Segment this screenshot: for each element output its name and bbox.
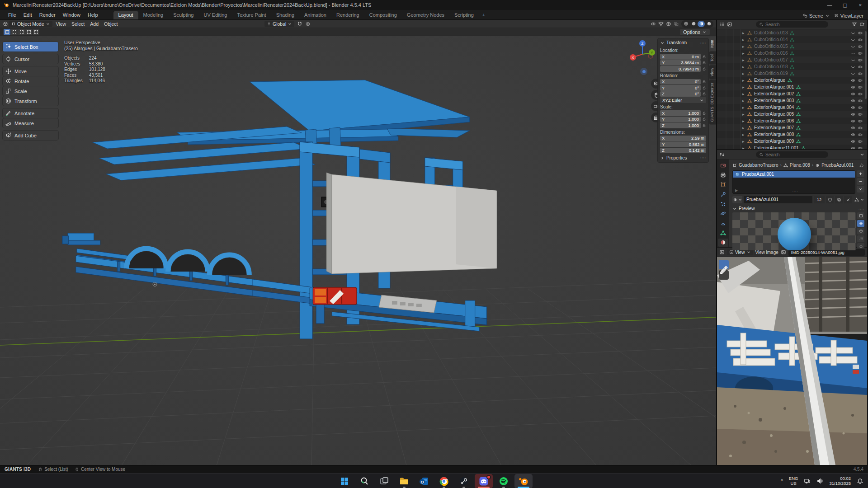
minimize-button[interactable]: — (822, 0, 837, 10)
language-indicator[interactable]: ENG US (789, 476, 798, 486)
eye-open-icon[interactable] (851, 146, 855, 150)
remove-slot-button[interactable] (857, 178, 864, 185)
preview-sphere-button[interactable] (857, 220, 864, 227)
expand-chevron-icon[interactable]: ▸ (742, 65, 746, 69)
material-node-dropdown[interactable] (854, 197, 864, 202)
unlink-material-button[interactable] (844, 196, 852, 203)
tool-scale[interactable]: Scale (3, 86, 58, 96)
properties-tab-object[interactable] (718, 181, 728, 189)
preview-flat-button[interactable] (857, 212, 864, 219)
outliner-item[interactable]: ▸ ExteriorAlargue.001 (717, 84, 867, 90)
shading-material-button[interactable] (698, 21, 705, 27)
tool-transform[interactable]: Transform (3, 96, 58, 106)
maximize-button[interactable]: ▢ (837, 0, 853, 10)
outliner-item[interactable]: ▸ ExteriorAlargue.007 (717, 124, 867, 131)
select-mode-new-button[interactable] (4, 29, 10, 35)
properties-tab-material[interactable] (718, 239, 728, 247)
expand-chevron-icon[interactable]: ▸ (742, 71, 746, 76)
shading-wireframe-button[interactable] (682, 21, 689, 27)
material-name-field[interactable]: PruebaAzul.001 (744, 196, 812, 203)
shading-solid-button[interactable] (690, 21, 697, 27)
tool-rotate[interactable]: Rotate (3, 76, 58, 86)
slot-specials-button[interactable] (857, 186, 864, 192)
camera-render-icon[interactable] (858, 119, 863, 123)
menu-window[interactable]: Window (59, 10, 84, 19)
lock-open-icon[interactable] (702, 86, 706, 90)
outliner-item[interactable]: ▸ CuboOrificio.017 (717, 56, 867, 63)
show-hide-dropdown-icon[interactable] (651, 21, 656, 27)
annotate-tool[interactable] (719, 270, 729, 280)
chevron-down-icon[interactable] (660, 41, 665, 45)
properties-tab-constraints[interactable] (718, 219, 728, 227)
tab-compositing[interactable]: Compositing (364, 11, 402, 19)
display-mode-icon[interactable] (727, 22, 732, 27)
mode-dropdown[interactable]: Object Mode (9, 21, 52, 27)
outliner-item[interactable]: ▸ ExteriorAlargue.004 (717, 104, 867, 111)
expand-chevron-icon[interactable]: ▸ (742, 146, 746, 150)
tab-layout[interactable]: Layout (113, 11, 138, 19)
taskbar-outlook-button[interactable]: O (415, 474, 433, 488)
camera-render-icon[interactable] (858, 126, 863, 130)
editor-type-outliner-icon[interactable] (719, 22, 725, 27)
expand-chevron-icon[interactable]: ▸ (742, 44, 746, 49)
properties-tab-modifiers[interactable] (718, 190, 728, 198)
taskbar-chrome-button[interactable] (435, 474, 453, 488)
menu-render[interactable]: Render (36, 10, 59, 19)
select-mode-intersect-button[interactable] (33, 29, 39, 35)
fake-user-shield-button[interactable] (826, 196, 834, 203)
preview-hair-button[interactable] (857, 235, 864, 242)
tab-shading[interactable]: Shading (271, 11, 299, 19)
close-button[interactable]: × (853, 0, 868, 10)
sidebar-tab-giants-i3d-exporter[interactable]: GIANTS I3D Exporter (709, 80, 716, 125)
xray-toggle-icon[interactable] (674, 21, 679, 27)
clock[interactable]: 00:02 31/10/2025 (829, 476, 851, 486)
material-slot-list[interactable]: PruebaAzul.001 ▶:::: (732, 170, 855, 194)
outliner-item[interactable]: ▸ ExteriorAlargue.008 (717, 131, 867, 138)
camera-render-icon[interactable] (858, 31, 863, 35)
menu-help[interactable]: Help (84, 10, 102, 19)
select-mode-extend-button[interactable] (11, 29, 18, 35)
tray-expand-button[interactable]: ^ (781, 479, 783, 483)
camera-render-icon[interactable] (858, 65, 863, 69)
tool-annotate[interactable]: Annotate (3, 108, 58, 118)
taskbar-taskview-button[interactable] (375, 474, 393, 488)
image-view[interactable] (717, 257, 867, 465)
tab-texture-paint[interactable]: Texture Paint (232, 11, 271, 19)
viewport-menu-view[interactable]: View (53, 21, 69, 27)
slot-expand-icon[interactable]: ▶ (735, 188, 738, 192)
overlays-dropdown-icon[interactable] (666, 21, 671, 27)
filter-icon[interactable] (852, 22, 857, 27)
properties-tab-render[interactable] (718, 161, 728, 169)
add-slot-button[interactable] (857, 170, 864, 177)
breadcrumb-item[interactable]: GuadabarroTrasero (739, 163, 778, 168)
eye-closed-icon[interactable] (851, 65, 855, 69)
expand-chevron-icon[interactable]: ▸ (742, 51, 746, 56)
eye-closed-icon[interactable] (851, 51, 855, 56)
tab-modeling[interactable]: Modeling (138, 11, 169, 19)
eye-open-icon[interactable] (851, 85, 855, 89)
outliner-item[interactable]: ▸ ExteriorAlargue11.001 (717, 145, 867, 149)
outliner-item[interactable]: ▸ ExteriorAlargue.002 (717, 90, 867, 97)
expand-chevron-icon[interactable]: ▸ (742, 85, 746, 89)
tool-move[interactable]: Move (3, 66, 58, 76)
eye-open-icon[interactable] (851, 119, 855, 123)
taskbar-steam-button[interactable] (455, 474, 473, 488)
viewlayer-selector[interactable]: ViewLayer (834, 13, 863, 19)
camera-render-icon[interactable] (858, 112, 863, 117)
editor-type-3dview-icon[interactable] (3, 21, 8, 27)
tab-animation[interactable]: Animation (299, 11, 331, 19)
value-field[interactable]: Z1.000 (660, 122, 701, 128)
outliner-item[interactable]: ▸ CuboOrificio.013 (717, 29, 867, 36)
tab-uv-editing[interactable]: UV Editing (198, 11, 232, 19)
value-field[interactable]: X1.000 (660, 110, 701, 116)
tab-rendering[interactable]: Rendering (331, 11, 364, 19)
material-users-count[interactable]: 12 (814, 196, 825, 203)
network-icon[interactable] (804, 478, 811, 484)
outliner-scrollbar[interactable] (865, 31, 867, 99)
eye-closed-icon[interactable] (851, 44, 855, 49)
eye-open-icon[interactable] (851, 99, 855, 103)
tool-cursor[interactable]: Cursor (3, 54, 58, 64)
camera-render-icon[interactable] (858, 105, 863, 110)
lock-open-icon[interactable] (702, 111, 706, 115)
expand-chevron-icon[interactable]: ▸ (742, 112, 746, 117)
